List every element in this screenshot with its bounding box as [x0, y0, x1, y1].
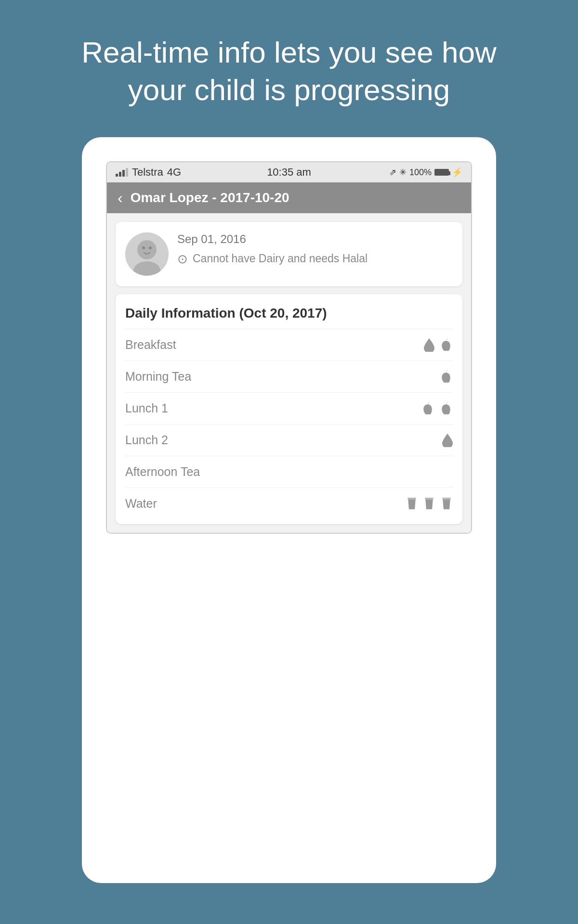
signal-bar-4: [126, 168, 128, 177]
avatar: [125, 232, 169, 276]
meal-label-lunch2: Lunch 2: [125, 433, 168, 447]
daily-info-title: Daily Information (Oct 20, 2017): [125, 306, 453, 321]
signal-bar-1: [116, 174, 118, 177]
meal-label-breakfast: Breakfast: [125, 338, 176, 352]
meal-label-lunch1: Lunch 1: [125, 401, 168, 415]
drop-icon-2: [442, 434, 453, 447]
meal-icons-lunch1: [421, 402, 453, 415]
meal-label-morning-tea: Morning Tea: [125, 370, 191, 384]
phone-screen: Telstra 4G 10:35 am ⇗ ✳ 100% ⚡ ‹ Omar Lo…: [106, 161, 472, 534]
profile-info: Sep 01, 2016 ⊙ Cannot have Dairy and nee…: [177, 232, 453, 267]
meal-row-morning-tea: Morning Tea: [125, 360, 453, 392]
bluetooth-icon: ✳: [399, 167, 407, 178]
profile-card: Sep 01, 2016 ⊙ Cannot have Dairy and nee…: [116, 222, 462, 286]
status-bar: Telstra 4G 10:35 am ⇗ ✳ 100% ⚡: [107, 162, 471, 182]
meal-row-water: Water: [125, 488, 453, 519]
apple-icon-3: [421, 402, 434, 415]
meal-label-afternoon-tea: Afternoon Tea: [125, 465, 200, 479]
meal-label-water: Water: [125, 497, 157, 511]
signal-bar-2: [119, 172, 121, 177]
meal-row-lunch1: Lunch 1: [125, 392, 453, 424]
svg-point-3: [142, 246, 145, 249]
profile-note: ⊙ Cannot have Dairy and needs Halal: [177, 251, 453, 267]
hero-heading: Real-time info lets you see how your chi…: [24, 0, 554, 137]
apple-icon-2: [439, 370, 453, 384]
apple-icon-4: [439, 402, 453, 415]
meal-row-lunch2: Lunch 2: [125, 424, 453, 456]
battery-icon: [434, 169, 449, 176]
profile-date: Sep 01, 2016: [177, 232, 453, 246]
nav-title: Omar Lopez - 2017-10-20: [131, 190, 289, 205]
meal-row-afternoon-tea: Afternoon Tea: [125, 456, 453, 488]
cup-icon-3: [440, 498, 453, 510]
signal-bars: [116, 168, 128, 177]
content-area: Sep 01, 2016 ⊙ Cannot have Dairy and nee…: [107, 213, 471, 533]
alert-icon: ⊙: [177, 252, 188, 267]
profile-note-text: Cannot have Dairy and needs Halal: [193, 251, 368, 266]
battery-percent: 100%: [409, 167, 432, 178]
svg-rect-8: [425, 498, 433, 499]
apple-icon-1: [439, 338, 453, 352]
svg-point-4: [149, 246, 152, 249]
svg-point-1: [137, 240, 157, 259]
location-icon: ⇗: [389, 167, 396, 178]
meal-row-breakfast: Breakfast: [125, 329, 453, 360]
status-left: Telstra 4G: [116, 166, 181, 179]
svg-rect-10: [442, 498, 450, 499]
meal-icons-water: [406, 498, 453, 510]
phone-wrapper: Telstra 4G 10:35 am ⇗ ✳ 100% ⚡ ‹ Omar Lo…: [82, 137, 496, 883]
signal-bar-3: [122, 170, 125, 177]
drop-icon-1: [424, 338, 434, 352]
back-button[interactable]: ‹: [118, 190, 123, 205]
network-label: 4G: [167, 166, 181, 179]
meal-icons-breakfast: [424, 338, 453, 352]
carrier-label: Telstra: [132, 166, 163, 179]
daily-info-card: ‹ Daily Information (Oct 20, 2017) Break…: [116, 294, 462, 524]
charging-icon: ⚡: [452, 167, 462, 178]
status-right: ⇗ ✳ 100% ⚡: [389, 167, 462, 178]
meal-icons-morning-tea: [439, 370, 453, 384]
cup-icon-2: [423, 498, 435, 510]
status-time: 10:35 am: [267, 166, 311, 179]
meal-icons-lunch2: [442, 434, 453, 447]
cup-icon-1: [406, 498, 418, 510]
svg-rect-6: [407, 498, 416, 499]
nav-bar: ‹ Omar Lopez - 2017-10-20: [107, 182, 471, 213]
